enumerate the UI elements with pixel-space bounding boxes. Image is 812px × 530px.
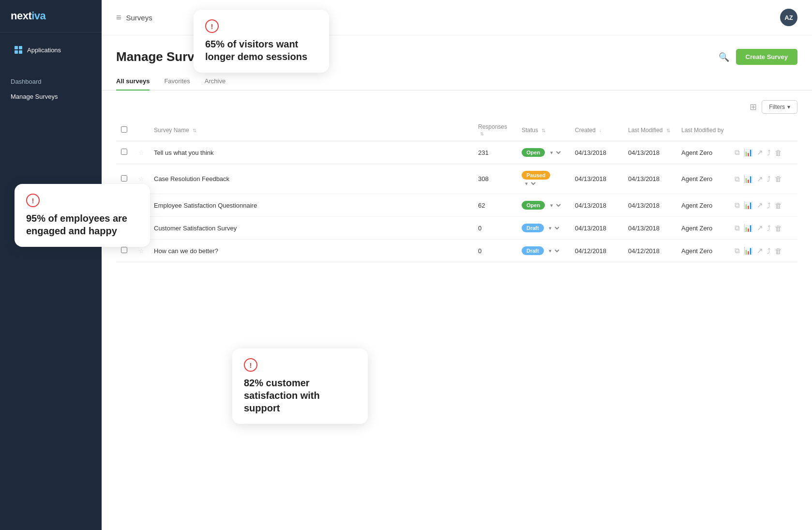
chevron-down-icon: ▾ xyxy=(787,104,790,110)
row-name: Tell us what you think xyxy=(149,141,473,164)
share-icon[interactable]: ↗ xyxy=(757,148,763,157)
status-badge: Draft xyxy=(522,224,544,232)
row-name: Employee Satisfaction Questionnaire xyxy=(149,194,473,217)
th-modified: Last Modified ⇅ xyxy=(623,120,677,141)
filter-button[interactable]: Filters ▾ xyxy=(762,100,797,114)
table-header-row: Survey Name ⇅ Responses ⇅ Status ⇅ Creat… xyxy=(116,120,797,141)
chart-icon[interactable]: 📊 xyxy=(744,201,753,210)
row-modified-by: Agent Zero xyxy=(677,217,730,240)
star-empty-icon[interactable]: ☆ xyxy=(138,175,144,182)
page-header-actions: 🔍 Create Survey xyxy=(719,49,797,65)
sidebar-nav-label: Applications xyxy=(27,46,61,54)
topbar-breadcrumb: Surveys xyxy=(126,14,152,22)
export-icon[interactable]: ⤴ xyxy=(767,175,771,183)
sidebar-section: Dashboard Manage Surveys xyxy=(0,67,102,107)
row-created: 04/13/2018 xyxy=(570,141,623,164)
row-status: Draft ▾ xyxy=(517,217,570,240)
sort-modified-icon[interactable]: ⇅ xyxy=(666,128,670,133)
user-avatar[interactable]: AZ xyxy=(780,9,797,26)
table-row: ★ Customer Satisfaction Survey 0 Draft ▾… xyxy=(116,217,797,240)
callout-left-icon: ! xyxy=(26,194,40,207)
export-icon[interactable]: ⤴ xyxy=(767,224,771,232)
copy-icon[interactable]: ⧉ xyxy=(735,148,740,157)
row-checkbox[interactable] xyxy=(121,247,127,253)
tab-archive[interactable]: Archive xyxy=(205,73,226,91)
tab-all-surveys[interactable]: All surveys xyxy=(116,73,150,91)
status-dropdown[interactable]: ▾ xyxy=(547,149,562,156)
row-status: Open ▾ xyxy=(517,141,570,164)
survey-table: Survey Name ⇅ Responses ⇅ Status ⇅ Creat… xyxy=(116,120,797,262)
delete-icon[interactable]: 🗑 xyxy=(775,224,782,232)
callout-bottom: ! 82% customer satisfaction with support xyxy=(232,348,368,424)
share-icon[interactable]: ↗ xyxy=(757,224,763,232)
export-icon[interactable]: ⤴ xyxy=(767,247,771,255)
sidebar-nav: Applications xyxy=(0,32,102,67)
menu-icon: ≡ xyxy=(116,13,121,23)
row-created: 04/12/2018 xyxy=(570,240,623,262)
sidebar-item-dashboard[interactable]: Dashboard xyxy=(11,74,91,89)
chart-icon[interactable]: 📊 xyxy=(744,175,753,183)
delete-icon[interactable]: 🗑 xyxy=(775,175,782,183)
row-checkbox[interactable] xyxy=(121,175,127,182)
delete-icon[interactable]: 🗑 xyxy=(775,201,782,210)
select-all-checkbox[interactable] xyxy=(121,126,127,133)
row-actions-cell: ⧉ 📊 ↗ ⤴ 🗑 xyxy=(730,194,797,217)
row-star-cell[interactable]: ☆ xyxy=(134,141,149,164)
row-status: Open ▾ xyxy=(517,194,570,217)
row-responses: 231 xyxy=(473,141,517,164)
row-modified: 04/13/2018 xyxy=(623,217,677,240)
row-actions: ⧉ 📊 ↗ ⤴ 🗑 xyxy=(735,201,793,210)
sort-responses-icon[interactable]: ⇅ xyxy=(480,131,484,136)
row-responses: 0 xyxy=(473,217,517,240)
row-responses: 0 xyxy=(473,240,517,262)
sort-created-icon[interactable]: ↓ xyxy=(599,128,601,133)
th-name: Survey Name ⇅ xyxy=(149,120,473,141)
sidebar-item-applications[interactable]: Applications xyxy=(4,41,98,59)
tab-favorites[interactable]: Favorites xyxy=(164,73,190,91)
chart-icon[interactable]: 📊 xyxy=(744,246,753,255)
row-actions-cell: ⧉ 📊 ↗ ⤴ 🗑 xyxy=(730,240,797,262)
status-dropdown[interactable]: ▾ xyxy=(545,225,561,231)
create-survey-button[interactable]: Create Survey xyxy=(736,49,797,65)
sort-icon[interactable]: ⊞ xyxy=(750,102,757,112)
manage-surveys-label: Manage Surveys xyxy=(11,93,58,100)
search-icon[interactable]: 🔍 xyxy=(719,52,729,62)
share-icon[interactable]: ↗ xyxy=(757,246,763,255)
sort-status-icon[interactable]: ⇅ xyxy=(541,128,545,133)
table-row: ☆ How can we do better? 0 Draft ▾ 04/12/… xyxy=(116,240,797,262)
row-modified-by: Agent Zero xyxy=(677,194,730,217)
delete-icon[interactable]: 🗑 xyxy=(775,149,782,157)
logo-text: nextiva xyxy=(11,10,45,22)
share-icon[interactable]: ↗ xyxy=(757,201,763,210)
table-row: ☆ Tell us what you think 231 Open ▾ 04/1… xyxy=(116,141,797,164)
status-dropdown[interactable]: ▾ xyxy=(545,247,561,254)
copy-icon[interactable]: ⧉ xyxy=(735,246,740,255)
sort-name-icon[interactable]: ⇅ xyxy=(193,128,196,133)
copy-icon[interactable]: ⧉ xyxy=(735,224,740,232)
delete-icon[interactable]: 🗑 xyxy=(775,247,782,255)
chart-icon[interactable]: 📊 xyxy=(744,148,753,157)
row-checkbox[interactable] xyxy=(121,149,127,155)
sidebar-item-manage-surveys[interactable]: Manage Surveys xyxy=(11,89,91,104)
share-icon[interactable]: ↗ xyxy=(757,175,763,183)
row-actions: ⧉ 📊 ↗ ⤴ 🗑 xyxy=(735,148,793,157)
star-empty-icon[interactable]: ☆ xyxy=(138,149,144,156)
row-modified: 04/13/2018 xyxy=(623,141,677,164)
row-checkbox-cell xyxy=(116,141,134,164)
row-status: Paused ▾ xyxy=(517,164,570,194)
export-icon[interactable]: ⤴ xyxy=(767,201,771,210)
status-dropdown[interactable]: ▾ xyxy=(547,202,562,209)
row-modified: 04/13/2018 xyxy=(623,164,677,194)
export-icon[interactable]: ⤴ xyxy=(767,149,771,157)
th-created: Created ↓ xyxy=(570,120,623,141)
row-modified: 04/13/2018 xyxy=(623,194,677,217)
chart-icon[interactable]: 📊 xyxy=(744,224,753,232)
star-empty-icon[interactable]: ☆ xyxy=(138,247,144,255)
status-badge: Draft xyxy=(522,246,544,255)
callout-bottom-icon: ! xyxy=(244,358,257,372)
copy-icon[interactable]: ⧉ xyxy=(735,175,740,183)
copy-icon[interactable]: ⧉ xyxy=(735,201,740,210)
row-created: 04/13/2018 xyxy=(570,194,623,217)
status-dropdown[interactable]: ▾ xyxy=(522,180,537,187)
callout-top-icon: ! xyxy=(205,19,219,33)
